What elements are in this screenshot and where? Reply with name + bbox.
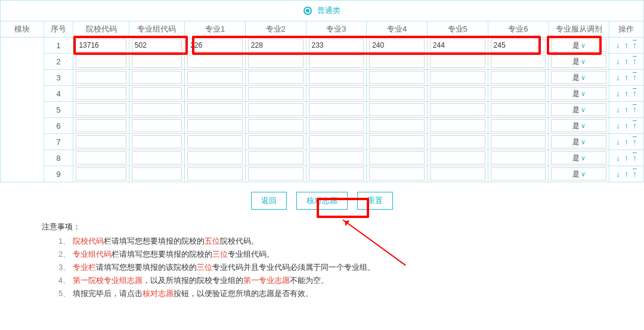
group-input[interactable]: [132, 167, 182, 180]
m4-input[interactable]: [369, 71, 425, 84]
move-up-icon[interactable]: ↑: [622, 170, 630, 178]
obey-select[interactable]: 是∨: [551, 55, 606, 68]
m1-input[interactable]: [187, 39, 243, 52]
obey-select[interactable]: 是∨: [551, 103, 606, 116]
m2-input[interactable]: [248, 135, 304, 148]
m3-input[interactable]: [309, 135, 364, 148]
reset-button[interactable]: 重置: [357, 192, 393, 210]
move-down-icon[interactable]: ↓: [614, 170, 622, 178]
move-top-icon[interactable]: ↑: [630, 73, 639, 82]
m4-input[interactable]: [369, 87, 425, 100]
group-input[interactable]: [132, 119, 182, 132]
m5-input[interactable]: [430, 135, 485, 148]
m5-input[interactable]: [430, 87, 485, 100]
m3-input[interactable]: [309, 39, 364, 52]
m1-input[interactable]: [187, 119, 243, 132]
m1-input[interactable]: [187, 135, 243, 148]
m6-input[interactable]: [491, 55, 546, 68]
m2-input[interactable]: [248, 87, 304, 100]
move-top-icon[interactable]: ↑: [630, 138, 639, 146]
m3-input[interactable]: [309, 167, 364, 180]
m6-input[interactable]: [491, 119, 546, 132]
group-input[interactable]: [132, 103, 182, 116]
obey-select[interactable]: 是∨: [551, 151, 606, 164]
verify-button[interactable]: 核对志愿: [296, 192, 348, 210]
m5-input[interactable]: [430, 151, 485, 164]
m4-input[interactable]: [369, 103, 425, 116]
group-input[interactable]: [132, 71, 182, 84]
move-up-icon[interactable]: ↑: [622, 41, 630, 49]
move-down-icon[interactable]: ↓: [614, 105, 622, 114]
move-up-icon[interactable]: ↑: [622, 57, 630, 66]
radio-selected-icon[interactable]: [304, 7, 312, 15]
m6-input[interactable]: [491, 167, 546, 180]
group-input[interactable]: [132, 135, 182, 148]
move-up-icon[interactable]: ↑: [622, 122, 630, 130]
school-input[interactable]: [76, 167, 126, 180]
group-input[interactable]: [132, 151, 182, 164]
move-down-icon[interactable]: ↓: [614, 41, 622, 49]
m4-input[interactable]: [369, 119, 425, 132]
school-input[interactable]: [76, 71, 126, 84]
m2-input[interactable]: [248, 39, 304, 52]
m1-input[interactable]: [187, 151, 243, 164]
move-up-icon[interactable]: ↑: [622, 154, 630, 162]
m1-input[interactable]: [187, 55, 243, 68]
obey-select[interactable]: 是∨: [551, 135, 606, 148]
m1-input[interactable]: [187, 71, 243, 84]
move-up-icon[interactable]: ↑: [622, 105, 630, 114]
m3-input[interactable]: [309, 87, 364, 100]
school-input[interactable]: [76, 55, 126, 68]
move-down-icon[interactable]: ↓: [614, 122, 622, 130]
obey-select[interactable]: 是∨: [551, 39, 606, 52]
back-button[interactable]: 返回: [251, 192, 287, 210]
obey-select[interactable]: 是∨: [551, 71, 606, 84]
school-input[interactable]: [76, 135, 126, 148]
m5-input[interactable]: [430, 167, 485, 180]
move-down-icon[interactable]: ↓: [614, 57, 622, 66]
m5-input[interactable]: [430, 119, 485, 132]
m2-input[interactable]: [248, 103, 304, 116]
m1-input[interactable]: [187, 87, 243, 100]
m6-input[interactable]: [491, 87, 546, 100]
move-top-icon[interactable]: ↑: [630, 170, 639, 178]
m4-input[interactable]: [369, 55, 425, 68]
obey-select[interactable]: 是∨: [551, 119, 606, 132]
m2-input[interactable]: [248, 119, 304, 132]
move-up-icon[interactable]: ↑: [622, 89, 630, 98]
group-input[interactable]: [132, 55, 182, 68]
m6-input[interactable]: [491, 135, 546, 148]
obey-select[interactable]: 是∨: [551, 87, 606, 100]
m2-input[interactable]: [248, 167, 304, 180]
m6-input[interactable]: [491, 103, 546, 116]
group-input[interactable]: [132, 87, 182, 100]
m6-input[interactable]: [491, 39, 546, 52]
m5-input[interactable]: [430, 103, 485, 116]
move-up-icon[interactable]: ↑: [622, 73, 630, 82]
move-down-icon[interactable]: ↓: [614, 154, 622, 162]
obey-select[interactable]: 是∨: [551, 167, 606, 180]
move-top-icon[interactable]: ↑: [630, 89, 639, 98]
m3-input[interactable]: [309, 71, 364, 84]
m5-input[interactable]: [430, 55, 485, 68]
m3-input[interactable]: [309, 55, 364, 68]
move-up-icon[interactable]: ↑: [622, 138, 630, 146]
move-down-icon[interactable]: ↓: [614, 89, 622, 98]
move-top-icon[interactable]: ↑: [630, 122, 639, 130]
move-top-icon[interactable]: ↑: [630, 105, 639, 114]
m3-input[interactable]: [309, 119, 364, 132]
m4-input[interactable]: [369, 135, 425, 148]
move-down-icon[interactable]: ↓: [614, 73, 622, 82]
move-top-icon[interactable]: ↑: [630, 154, 639, 162]
m1-input[interactable]: [187, 167, 243, 180]
m3-input[interactable]: [309, 151, 364, 164]
m2-input[interactable]: [248, 71, 304, 84]
category-label[interactable]: 普通类: [317, 6, 340, 15]
school-input[interactable]: [76, 39, 126, 52]
school-input[interactable]: [76, 119, 126, 132]
school-input[interactable]: [76, 103, 126, 116]
move-down-icon[interactable]: ↓: [614, 138, 622, 146]
m6-input[interactable]: [491, 71, 546, 84]
move-top-icon[interactable]: ↑: [630, 57, 639, 66]
m1-input[interactable]: [187, 103, 243, 116]
